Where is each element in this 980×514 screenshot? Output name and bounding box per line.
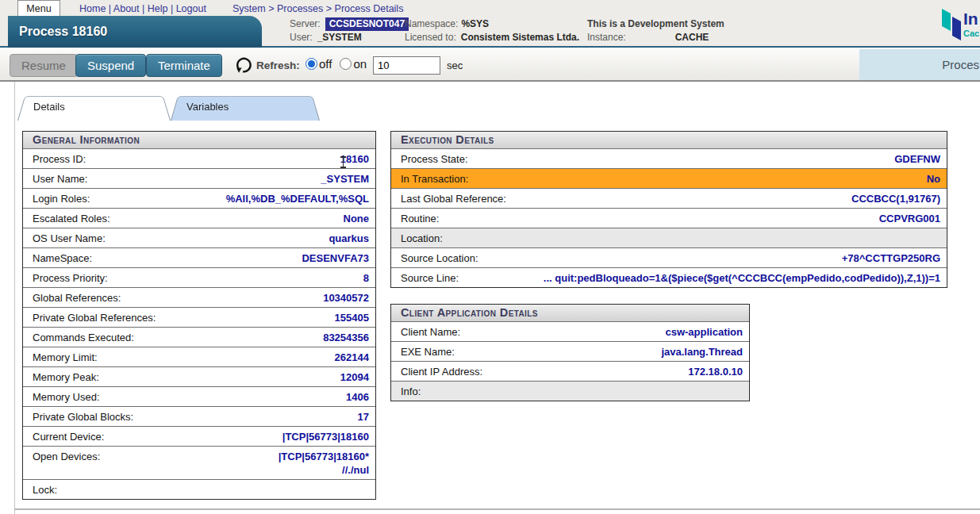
row-value: DESENVFA73 xyxy=(302,251,369,265)
row-value: 155405 xyxy=(335,311,369,324)
row-label: Commands Executed: xyxy=(33,331,134,344)
row-value: ... quit:pedBloqueado=1&($piece($get(^CC… xyxy=(544,271,940,285)
row-value: GDEFNW xyxy=(894,152,940,166)
row-value: 12094 xyxy=(340,370,369,384)
table-row: Source Line:... quit:pedBloqueado=1&($pi… xyxy=(391,267,947,287)
nav-link[interactable]: Help xyxy=(148,3,168,14)
row-value: 172.18.0.10 xyxy=(688,365,743,378)
nav-link[interactable]: Home xyxy=(79,3,106,14)
suspend-button[interactable]: Suspend xyxy=(75,54,146,77)
row-value: +78^CCTTGP250RG xyxy=(842,251,940,265)
row-value: _SYSTEM xyxy=(321,172,369,186)
row-value: |TCP|56773|18160*//./nul xyxy=(279,450,369,477)
row-label: EXE Name: xyxy=(401,345,455,359)
bottom-divider xyxy=(14,508,980,510)
row-value: |TCP|56773|18160 xyxy=(282,430,369,443)
refresh-on-radio[interactable] xyxy=(340,58,352,70)
table-row: User Name:_SYSTEM xyxy=(23,168,375,188)
instance-info-column: This is a Development System Instance: C… xyxy=(587,17,724,44)
row-label: Client Name: xyxy=(401,325,460,339)
row-label: Current Device: xyxy=(33,430,104,443)
row-label: Memory Limit: xyxy=(33,351,98,364)
namespace-label: Namespace: xyxy=(405,17,458,31)
table-row: Process Priority:8 xyxy=(23,267,375,287)
row-label: Info: xyxy=(401,385,421,398)
nav-link[interactable]: About xyxy=(113,3,140,14)
row-value: csw-application xyxy=(665,325,743,339)
table-row: Location: xyxy=(391,228,947,247)
server-label: Server: xyxy=(290,17,321,31)
row-value: 10340572 xyxy=(323,291,369,305)
instance-label: Instance: xyxy=(587,31,626,44)
namespace-value: %SYS xyxy=(461,17,489,31)
row-label: Routine: xyxy=(401,212,439,225)
row-label: Memory Peak: xyxy=(33,370,99,384)
row-value: 17 xyxy=(358,410,369,424)
logo-icon xyxy=(940,6,963,43)
menu-button[interactable]: Menu xyxy=(17,0,60,17)
row-label: Private Global Blocks: xyxy=(33,410,133,424)
table-row: Current Device:|TCP|56773|18160 xyxy=(23,426,375,446)
intersystems-cache-logo: In Cac xyxy=(940,5,980,44)
logo-text-bottom: Cac xyxy=(963,29,979,38)
top-header: Menu Home | About | Help | Logout System… xyxy=(0,0,980,48)
row-label: Private Global References: xyxy=(33,311,156,324)
separator: | xyxy=(167,3,175,14)
server-info-column: Server: CCSDESNOT047 User: _SYSTEM xyxy=(290,17,409,44)
text-cursor xyxy=(340,156,347,168)
table-row: EXE Name:java.lang.Thread xyxy=(391,341,749,361)
tab-details[interactable]: Details xyxy=(17,94,171,121)
row-label: Client IP Address: xyxy=(401,365,482,378)
client-application-details-rows: Client Name:csw-applicationEXE Name:java… xyxy=(391,321,749,401)
row-value: 83254356 xyxy=(323,331,369,344)
general-information-rows: Process ID:18160User Name:_SYSTEMLogin R… xyxy=(23,148,375,499)
general-information-title: General Information xyxy=(23,132,375,148)
refresh-off-radio[interactable] xyxy=(306,58,317,70)
breadcrumb-link[interactable]: Processes xyxy=(277,3,323,14)
separator: | xyxy=(140,3,148,14)
row-label: Open Devices: xyxy=(33,450,100,463)
table-row: Source Location:+78^CCTTGP250RG xyxy=(391,247,947,267)
top-nav: Home | About | Help | Logout xyxy=(79,3,206,14)
separator: > xyxy=(323,3,334,14)
refresh-unit-label: sec xyxy=(447,59,463,71)
table-row: Last Global Reference:CCCBCC(1,91767) xyxy=(391,188,947,208)
row-value: 1406 xyxy=(346,390,369,404)
refresh-label: Refresh: xyxy=(256,59,300,71)
row-label: NameSpace: xyxy=(33,251,92,265)
row-label: Process ID: xyxy=(33,152,86,166)
development-system-note: This is a Development System xyxy=(587,17,724,31)
table-row: Login Roles:%All,%DB_%DEFAULT,%SQL xyxy=(23,188,375,208)
tab-variables-label: Variables xyxy=(171,94,320,113)
breadcrumb-link[interactable]: Process Details xyxy=(335,3,404,14)
breadcrumb-link[interactable]: System xyxy=(233,3,266,14)
table-row: Open Devices:|TCP|56773|18160*//./nul xyxy=(23,446,375,479)
refresh-interval-input[interactable] xyxy=(373,56,440,75)
row-label: Memory Used: xyxy=(33,390,100,404)
row-value: None xyxy=(344,212,370,225)
table-row: Commands Executed:83254356 xyxy=(23,327,375,347)
row-value: %All,%DB_%DEFAULT,%SQL xyxy=(226,192,369,205)
table-row: Escalated Roles:None xyxy=(23,208,375,228)
execution-details-rows: Process State:GDEFNWIn Transaction:NoLas… xyxy=(391,148,947,287)
tab-variables[interactable]: Variables xyxy=(171,94,320,121)
nav-link[interactable]: Logout xyxy=(176,3,206,14)
row-value: quarkus xyxy=(329,232,369,245)
right-panel-title: Proces xyxy=(859,49,980,80)
logo-text-top: In xyxy=(963,10,978,29)
table-row: In Transaction:No xyxy=(391,168,947,188)
row-value: 262144 xyxy=(335,351,369,364)
row-label: Process Priority: xyxy=(33,271,108,285)
resume-button[interactable]: Resume xyxy=(10,54,78,77)
row-label: OS User Name: xyxy=(33,232,106,245)
toolbar: Resume Suspend Terminate Refresh: off on… xyxy=(0,49,980,82)
row-label: Process State: xyxy=(401,152,468,166)
row-label: In Transaction: xyxy=(401,172,468,186)
row-value: No xyxy=(927,172,940,186)
row-label: User Name: xyxy=(33,172,87,186)
page-title: Process 18160 xyxy=(8,16,262,48)
refresh-on-label: on xyxy=(353,57,367,71)
refresh-icon[interactable] xyxy=(235,56,252,74)
row-label: Source Location: xyxy=(401,251,478,265)
terminate-button[interactable]: Terminate xyxy=(146,54,222,77)
